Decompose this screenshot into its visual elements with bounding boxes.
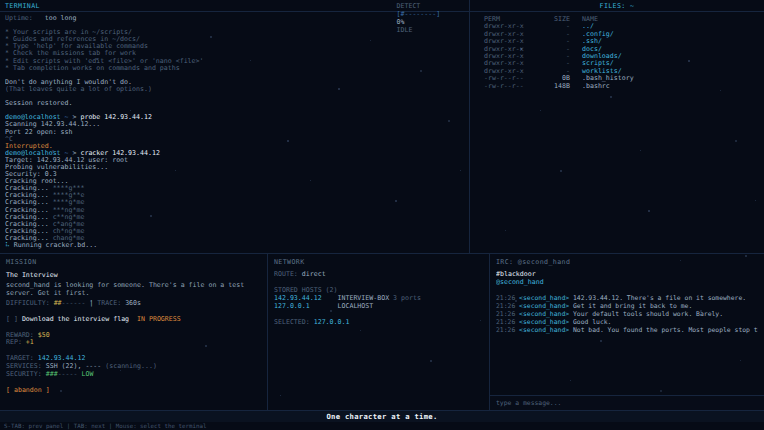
mission-line: REWARD: $50 [6, 332, 261, 340]
terminal-line: Target: 142.93.44.12 user: root [5, 157, 464, 164]
terminal-line: Cracking root... [5, 178, 464, 185]
mission-line: [ ] Download the interview flag IN PROGR… [6, 316, 261, 324]
network-host-row[interactable]: 142.93.44.12 INTERVIEW-BOX 3 ports [274, 295, 483, 303]
network-host-row[interactable]: 127.0.0.1 LOCALHOST [274, 303, 483, 311]
file-name: .bashrc [582, 83, 610, 90]
abandon-button[interactable]: [ abandon ] [6, 386, 50, 394]
mission-line [6, 308, 261, 316]
terminal-header: TERMINAL TRACE [##############-] 294s DE… [0, 0, 470, 11]
mission-line: DIFFICULTY: ##------ | TRACE: 360s [6, 300, 261, 308]
mission-panel-title: MISSION [6, 258, 261, 266]
mission-title: The Interview [6, 271, 261, 280]
terminal-line: Probing vulnerabilities... [5, 164, 464, 171]
file-row[interactable]: drwxr-xr-x-../ [484, 23, 760, 30]
terminal-line: (That leaves quite a lot of options.) [5, 86, 464, 93]
mission-description: second_hand is looking for someone. Ther… [6, 281, 261, 297]
terminal-line: Cracking... c**ng*me [5, 214, 464, 221]
irc-message: 21:26 <second_hand> Your default tools s… [496, 310, 758, 318]
network-selected-line: SELECTED: 127.0.0.1 [274, 319, 483, 327]
irc-channel[interactable]: #blackdoor [496, 271, 758, 279]
mission-line [6, 347, 261, 355]
keybind-hints-text: S-TAB: prev panel | TAB: next | Mouse: s… [4, 423, 206, 429]
irc-message: 21:26 <second_hand> Not bad. You found t… [496, 326, 758, 334]
detect-label: DETECT [397, 2, 421, 10]
mission-line: TARGET: 142.93.44.12 [6, 355, 261, 363]
mission-line: REP: +1 [6, 339, 261, 347]
irc-message: 21:26 <second_hand> Get it and bring it … [496, 302, 758, 310]
terminal-line: Scanning 142.93.44.12... [5, 121, 464, 128]
stored-hosts-label: STORED HOSTS (2) [274, 287, 483, 295]
terminal-line: Don't do anything I wouldn't do. [5, 79, 464, 86]
terminal-line: Cracking... ****g*** [5, 185, 464, 192]
irc-input-row [490, 395, 764, 410]
keybind-hint-bar: S-TAB: prev panel | TAB: next | Mouse: s… [0, 422, 764, 430]
terminal-line: ⠧ Running cracker.bd... [5, 242, 464, 249]
network-route-line: ROUTE: direct [274, 271, 483, 279]
terminal-line: Port 22 open: ssh [5, 129, 464, 136]
bottom-panels: MISSION The Interview second_hand is loo… [0, 253, 764, 410]
terminal-line: Interrupted. [5, 143, 464, 150]
terminal-panel[interactable]: Uptime: too long * Your scripts are in ~… [0, 12, 470, 253]
network-host-list: 142.93.44.12 INTERVIEW-BOX 3 ports127.0.… [274, 295, 483, 311]
terminal-line: Cracking... c*ang*me [5, 221, 464, 228]
file-row[interactable]: -rw-r--r--148B.bashrc [484, 83, 760, 90]
terminal-line [5, 93, 464, 100]
file-size: 148B [540, 83, 570, 90]
network-panel: NETWORK ROUTE: direct STORED HOSTS (2) 1… [268, 254, 490, 410]
terminal-line: Cracking... ***ng*me [5, 207, 464, 214]
terminal-line: Security: 0.3 [5, 171, 464, 178]
file-row[interactable]: drwxr-xr-x-.config/ [484, 31, 760, 38]
terminal-line: * Tab completion works on commands and p… [5, 65, 464, 72]
terminal-line: * Edit scripts with 'edit <file>' or 'na… [5, 58, 464, 65]
terminal-line: demo@localhost ~ > probe 142.93.44.12 [5, 114, 464, 121]
terminal-line: demo@localhost ~ > cracker 142.93.44.12 [5, 150, 464, 157]
terminal-panel-title: TERMINAL [5, 2, 40, 10]
terminal-line [5, 22, 464, 29]
file-row[interactable]: drwxr-xr-x-downloads/ [484, 53, 760, 60]
network-selected: SELECTED: 127.0.0.1 [274, 319, 483, 327]
files-header: FILES: ~ [470, 2, 764, 10]
irc-panel-title: IRC: @second_hand [496, 258, 758, 266]
terminal-line: Session restored. [5, 100, 464, 107]
terminal-line [5, 72, 464, 79]
network-route: ROUTE: direct [274, 271, 483, 279]
terminal-line: * Type 'help' for available commands [5, 43, 464, 50]
files-panel: PERM SIZE NAME drwxr-xr-x-../drwxr-xr-x-… [470, 12, 764, 253]
terminal-line: Uptime: too long [5, 15, 464, 22]
file-row[interactable]: drwxr-xr-x-.ssh/ [484, 38, 760, 45]
irc-message: 21:26 <second_hand> Good luck. [496, 318, 758, 326]
status-message: One character at a time. [326, 412, 437, 421]
files-panel-title: FILES: ~ [600, 2, 635, 10]
mission-line: SECURITY: ###----- LOW [6, 371, 261, 379]
mission-line [6, 324, 261, 332]
irc-message-input[interactable] [496, 399, 758, 407]
mission-line: SERVICES: SSH (22), ---- (scanning...) [6, 363, 261, 371]
terminal-line: * Guides and references in ~/docs/ [5, 36, 464, 43]
terminal-line: Cracking... ****g**e [5, 192, 464, 199]
terminal-line: Cracking... ch*ng*me [5, 228, 464, 235]
irc-panel: IRC: @second_hand #blackdoor @second_han… [490, 254, 764, 410]
terminal-line: ^C [5, 136, 464, 143]
terminal-line: Cracking... chang*me [5, 235, 464, 242]
irc-message: 21:26 <second_hand> 142.93.44.12. There'… [496, 294, 758, 302]
file-row[interactable]: drwxr-xr-x-scripts/ [484, 60, 760, 67]
top-bar: TERMINAL TRACE [##############-] 294s DE… [0, 0, 764, 12]
files-list: drwxr-xr-x-../drwxr-xr-x-.config/drwxr-x… [484, 23, 760, 90]
app-window: TERMINAL TRACE [##############-] 294s DE… [0, 0, 764, 430]
terminal-line: * Check the missions tab for work [5, 50, 464, 57]
mission-details: DIFFICULTY: ##------ | TRACE: 360s [ ] D… [6, 300, 261, 379]
files-header-row: PERM SIZE NAME [484, 16, 760, 23]
file-row[interactable]: drwxr-xr-x-docs/ [484, 46, 760, 53]
irc-message-log: 21:26 <second_hand> 142.93.44.12. There'… [496, 294, 758, 334]
main-area: Uptime: too long * Your scripts are in ~… [0, 12, 764, 253]
network-panel-title: NETWORK [274, 258, 483, 266]
irc-nick: @second_hand [496, 279, 758, 287]
terminal-line [5, 107, 464, 114]
terminal-line: * Your scripts are in ~/scripts/ [5, 29, 464, 36]
status-message-bar: One character at a time. [0, 410, 764, 422]
file-row[interactable]: -rw-r--r--0B.bash_history [484, 75, 760, 82]
terminal-line: Cracking... ****g*me [5, 199, 464, 206]
mission-panel: MISSION The Interview second_hand is loo… [0, 254, 268, 410]
file-perm: -rw-r--r-- [484, 83, 540, 90]
